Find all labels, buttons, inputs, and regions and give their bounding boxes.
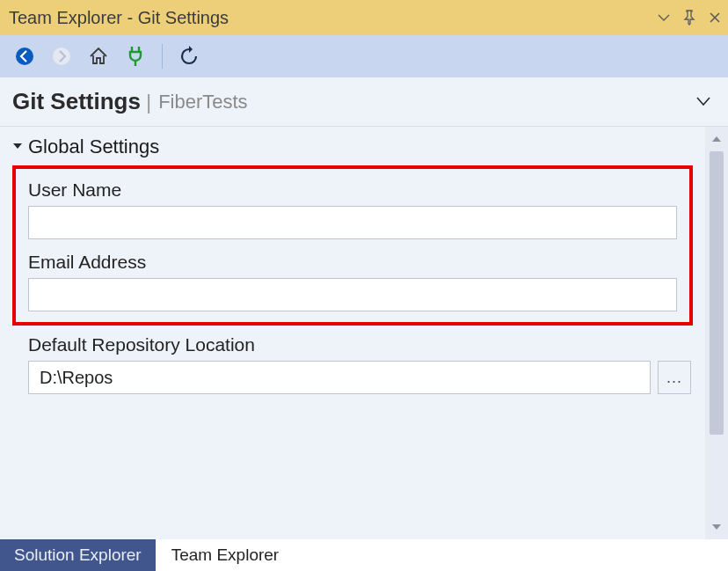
toolbar	[0, 35, 728, 77]
bottom-tabstrip: Solution Explorer Team Explorer	[0, 539, 728, 571]
scroll-track[interactable]	[710, 151, 724, 515]
svg-point-1	[53, 48, 70, 65]
window-controls	[658, 10, 721, 26]
forward-button[interactable]	[46, 40, 77, 72]
browse-button[interactable]: ...	[658, 361, 691, 394]
username-label: User Name	[28, 179, 677, 201]
page-title-separator: |	[146, 90, 151, 114]
team-explorer-window: Team Explorer - Git Settings	[0, 0, 728, 571]
home-button[interactable]	[83, 40, 114, 72]
vertical-scrollbar[interactable]	[705, 127, 728, 539]
repo-location-row: ...	[28, 361, 691, 394]
highlighted-fields-group: User Name Email Address	[12, 165, 693, 326]
toolbar-separator	[162, 44, 163, 69]
scroll-up-icon[interactable]	[711, 130, 722, 148]
back-button[interactable]	[9, 40, 40, 72]
close-icon[interactable]	[709, 11, 721, 24]
username-input[interactable]	[28, 206, 677, 239]
svg-point-0	[16, 48, 33, 65]
tab-solution-explorer[interactable]: Solution Explorer	[0, 539, 156, 571]
email-input[interactable]	[28, 278, 677, 311]
repo-location-label: Default Repository Location	[28, 334, 693, 355]
page-header: Git Settings | FiberTests	[0, 77, 728, 127]
connect-button[interactable]	[120, 40, 151, 72]
page-menu-caret-icon[interactable]	[696, 95, 716, 109]
section-heading-label: Global Settings	[28, 135, 159, 158]
email-label: Email Address	[28, 252, 677, 273]
repo-location-input[interactable]	[28, 361, 651, 394]
tab-team-explorer[interactable]: Team Explorer	[157, 539, 294, 571]
window-menu-caret-icon[interactable]	[658, 13, 670, 22]
pin-icon[interactable]	[682, 10, 696, 26]
content-area: Global Settings User Name Email Address …	[0, 127, 728, 539]
scroll-down-icon[interactable]	[711, 518, 722, 536]
expander-collapse-icon[interactable]	[12, 140, 23, 154]
refresh-button[interactable]	[173, 40, 205, 72]
page-title: Git Settings	[12, 88, 141, 115]
titlebar: Team Explorer - Git Settings	[0, 0, 728, 35]
page-subtitle: FiberTests	[158, 91, 247, 113]
scroll-thumb[interactable]	[710, 151, 724, 435]
settings-panel: Global Settings User Name Email Address …	[0, 127, 705, 539]
section-header-global-settings[interactable]: Global Settings	[12, 135, 693, 158]
window-title: Team Explorer - Git Settings	[9, 8, 658, 28]
